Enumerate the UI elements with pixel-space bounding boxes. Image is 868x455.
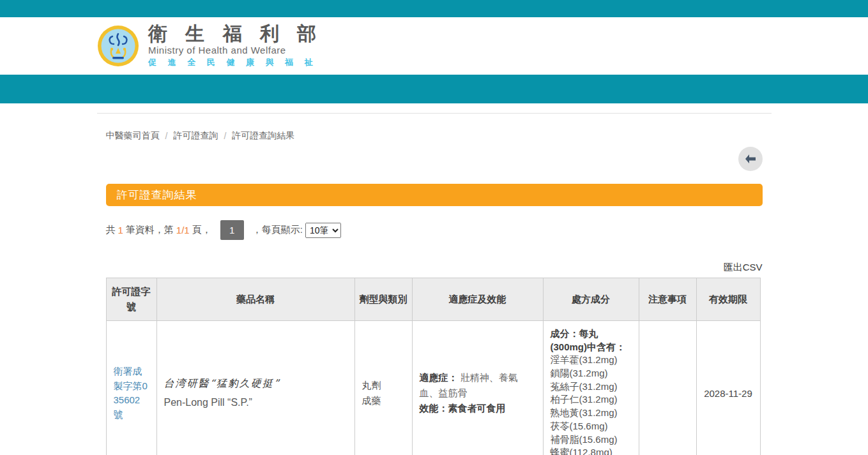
header-expiry: 有效期限 (696, 278, 760, 321)
divider (97, 113, 772, 114)
breadcrumb: 中醫藥司首頁 / 許可證查詢 / 許可證查詢結果 (106, 130, 763, 142)
top-teal-strip (0, 0, 868, 17)
pagination-total-count: 1 (118, 225, 123, 235)
breadcrumb-separator: / (165, 131, 168, 141)
cell-indication: 適應症： 壯精神、養氣血、益筋骨 效能：素食者可食用 (412, 321, 543, 455)
brand-title-zh: 衛 生 福 利 部 (148, 24, 323, 44)
back-arrow-icon (744, 154, 757, 164)
cell-expiry: 2028-11-29 (696, 321, 760, 455)
results-table: 許可證字號 藥品名稱 劑型與類別 適應症及效能 處方成分 注意事項 有效期限 衛… (106, 278, 761, 455)
drug-name-en: Pen-Long Pill “S.P.” (164, 396, 347, 410)
header-ingredients: 處方成分 (543, 278, 639, 321)
breadcrumb-query-link[interactable]: 許可證查詢 (173, 130, 218, 142)
breadcrumb-separator: / (224, 131, 226, 141)
drug-name-zh: 台湾研醫“猛豹久硬挺” (164, 377, 347, 391)
mohw-seal-icon (97, 25, 139, 67)
site-header: 衛 生 福 利 部 Ministry of Health and Welfare… (0, 17, 868, 75)
pagination-bar: 共 1 筆資料，第 1/1 頁， 1 ，每頁顯示: 10筆 (106, 220, 763, 240)
cell-ingredients: 成分：每丸(300mg)中含有： 淫羊藿(31.2mg) 鎖陽(31.2mg) … (543, 321, 639, 455)
pagination-page-info: 1/1 (176, 225, 190, 235)
brand-title-en: Ministry of Health and Welfare (148, 45, 323, 56)
per-page-label: ，每頁顯示: (252, 224, 303, 236)
efficacy-line: 效能：素食者可食用 (420, 401, 536, 416)
table-header-row: 許可證字號 藥品名稱 劑型與類別 適應症及效能 處方成分 注意事項 有效期限 (106, 278, 760, 321)
license-no-link[interactable]: 衛署成製字第035602號 (114, 366, 148, 420)
header-drug-name: 藥品名稱 (156, 278, 354, 321)
per-page-select[interactable]: 10筆 (305, 223, 341, 238)
header-precautions: 注意事項 (639, 278, 696, 321)
cell-dosage-form: 丸劑 成藥 (354, 321, 412, 455)
cell-drug-name: 台湾研醫“猛豹久硬挺” Pen-Long Pill “S.P.” (156, 321, 354, 455)
page-1-button[interactable]: 1 (220, 220, 244, 240)
header-dosage-form: 劑型與類別 (354, 278, 412, 321)
ingredients-label: 成分：每丸(300mg)中含有： (551, 327, 632, 354)
section-banner: 許可證查詢結果 (106, 184, 763, 206)
ingredients-list: 淫羊藿(31.2mg) 鎖陽(31.2mg) 菟絲子(31.2mg) 柏子仁(3… (551, 354, 632, 455)
dosage-form: 丸劑 (362, 378, 405, 393)
header-indication: 適應症及效能 (412, 278, 543, 321)
breadcrumb-home-link[interactable]: 中醫藥司首頁 (106, 130, 160, 142)
cell-license-no: 衛署成製字第035602號 (106, 321, 156, 455)
drug-category: 成藥 (362, 393, 405, 408)
main-nav-bar (0, 75, 868, 103)
header-license-no: 許可證字號 (106, 278, 156, 321)
indication-label: 適應症： (420, 372, 458, 383)
table-row: 衛署成製字第035602號 台湾研醫“猛豹久硬挺” Pen-Long Pill … (106, 321, 760, 455)
breadcrumb-current: 許可證查詢結果 (232, 130, 294, 142)
page-title: 許可證查詢結果 (117, 188, 197, 202)
pagination-total-prefix: 共 (106, 224, 116, 236)
pagination-total-mid: 筆資料，第 (126, 224, 174, 236)
export-csv-link[interactable]: 匯出CSV (724, 262, 763, 272)
back-button[interactable] (738, 147, 763, 171)
pagination-page-suffix: 頁， (192, 224, 211, 236)
cell-precautions (639, 321, 696, 455)
brand-tagline: 促 進 全 民 健 康 與 福 祉 (148, 57, 323, 68)
